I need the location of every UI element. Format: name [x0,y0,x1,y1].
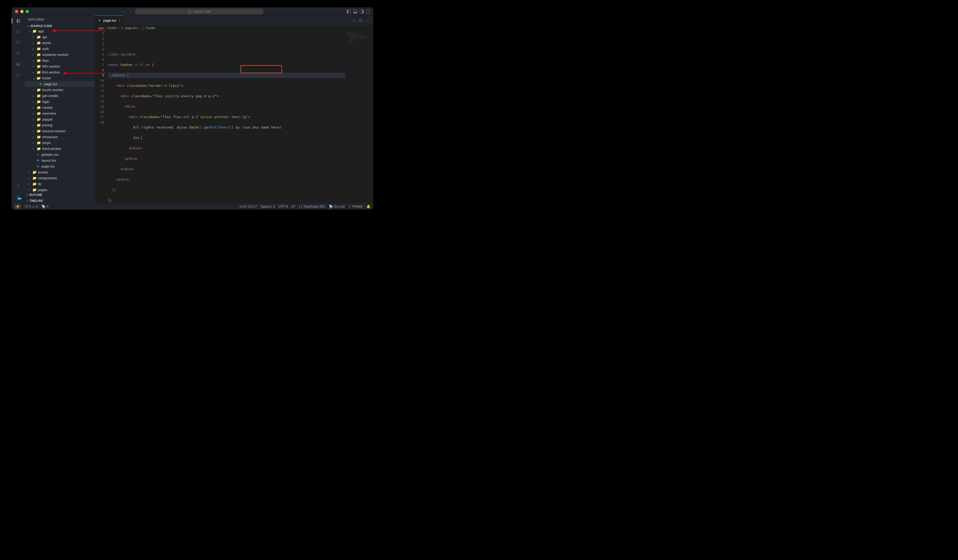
svg-rect-10 [19,63,20,64]
status-position[interactable]: Ln 9, Col 17 [240,205,257,209]
minimap[interactable] [343,32,370,47]
files-icon [16,19,21,23]
command-center-search[interactable]: source code [135,9,263,14]
svg-point-2 [17,30,19,32]
folder-login[interactable]: ›📁login [25,98,95,104]
svg-rect-11 [17,74,20,76]
vscode-window: ← → source code [12,8,373,209]
tab-more-button[interactable]: ⋯ [365,19,369,22]
outline-section[interactable]: ›OUTLINE [25,192,95,198]
titlebar: ← → source code [12,8,373,16]
folder-fifth[interactable]: ›📁fifth-section [25,63,95,69]
tab-page[interactable]: ⚛ page.tsx × [95,16,124,25]
status-prettier[interactable]: ✓ Prettier [349,205,363,209]
code-editor[interactable]: //@ts-nocheck const Footer = () => { ret… [108,31,373,204]
layout-left-icon[interactable] [347,9,351,13]
file-page-root[interactable]: ⚛page.tsx [25,163,95,169]
folder-pages[interactable]: ›📁pages [25,187,95,192]
activity-settings[interactable]: PR [16,194,20,199]
svg-point-4 [17,41,17,42]
file-globals[interactable]: #globals.css [25,152,95,157]
folder-api[interactable]: ›📁api [25,34,95,40]
status-eol[interactable]: LF [292,205,295,209]
sidebar-more-button[interactable]: ⋯ [88,18,91,21]
react-icon: ⚛ [98,19,101,22]
folder-paypal[interactable]: ›📁paypal [25,116,95,122]
statusbar: ⚡ ⓧ 0 ⚠ 0 📡 0 Ln 9, Col 17 Spaces: 2 UTF… [12,204,373,209]
svg-point-6 [19,41,19,42]
folder-showcase[interactable]: ›📁showcase [25,134,95,140]
folder-fourth[interactable]: ›📁fourth-section [25,87,95,93]
folder-explainer[interactable]: ›📁explainer-section [25,52,95,57]
nav-forward-button[interactable]: → [129,9,132,13]
sidebar-title: EXPLORER [29,18,44,21]
file-layout[interactable]: ⚛layout.tsx [25,157,95,163]
file-footer-page[interactable]: ⚛page.tsx [25,81,95,87]
activity-search[interactable] [16,29,20,35]
svg-rect-9 [19,65,20,66]
svg-rect-7 [17,63,18,64]
search-icon [187,9,192,14]
svg-rect-8 [17,65,18,66]
activity-source-control[interactable] [16,40,20,46]
folder-second[interactable]: ›📁second-section [25,128,95,134]
svg-point-13 [17,184,19,185]
folder-third[interactable]: ›📁third-section [25,146,95,152]
folder-app[interactable]: ⌄📁app [25,28,95,34]
section-header[interactable]: ⌄ SOURCE CODE [25,24,95,28]
folder-lib[interactable]: ›📁lib [25,181,95,187]
folder-astria[interactable]: ›📁astria [25,40,95,46]
search-icon [16,29,20,34]
status-golive[interactable]: 📡 Go Live [329,205,345,209]
activity-accounts[interactable] [16,183,20,188]
extensions-icon [16,62,20,66]
folder-footer[interactable]: ⌄📂footer [25,75,95,81]
run-button[interactable]: ▷ [353,19,356,22]
folder-stripe[interactable]: ›📁stripe [25,140,95,146]
status-radio[interactable]: 📡 0 [41,205,48,209]
breadcrumbs[interactable]: app› footer› ⚛page.tsx› ⬚Footer [95,25,373,31]
remote-indicator[interactable]: ⚡ [14,204,21,209]
maximize-window-button[interactable] [26,10,29,13]
folder-faqs[interactable]: ›📁faqs [25,57,95,63]
split-editor-button[interactable]: ◫ [359,19,362,22]
svg-rect-29 [346,44,357,44]
status-errors[interactable]: ⓧ 0 ⚠ 0 [25,204,38,209]
activity-remote[interactable] [16,73,20,78]
folder-getcredits[interactable]: ›📁get-credits [25,93,95,98]
traffic-lights [15,10,29,13]
status-language[interactable]: { } TypeScript JSX [299,205,325,209]
nav-back-button[interactable]: ← [122,9,125,13]
svg-line-3 [19,32,20,33]
nav-arrows: ← → [122,9,132,13]
status-encoding[interactable]: UTF-8 [279,205,288,209]
line-number-gutter: 123456789101112131415161718 [95,31,108,204]
explorer-sidebar: EXPLORER ⋯ ⌄ SOURCE CODE ⌄📁app ›📁api ›📁a… [25,16,95,204]
svg-point-14 [17,196,19,197]
layout-right-icon[interactable] [360,9,363,13]
folder-auth[interactable]: ›📁auth [25,46,95,52]
layout-customize-icon[interactable] [366,9,370,13]
activity-extensions[interactable] [16,62,20,67]
folder-overview[interactable]: ›📁overview [25,110,95,116]
status-bell[interactable]: 🔔 [366,205,371,209]
status-spaces[interactable]: Spaces: 2 [261,205,275,209]
minimize-window-button[interactable] [20,10,24,13]
folder-first[interactable]: ›📁first-section [25,69,95,75]
file-tree: ⌄📁app ›📁api ›📁astria ›📁auth ›📁explainer-… [25,28,95,192]
close-window-button[interactable] [15,10,18,13]
tabs-bar: ⚛ page.tsx × ▷ ◫ ⋯ [95,16,373,25]
tab-close-button[interactable]: × [118,19,121,22]
layout-bottom-icon[interactable] [354,9,357,13]
timeline-section[interactable]: ›TIMELINE [25,198,95,204]
remote-icon [16,73,20,78]
svg-rect-21 [351,37,367,37]
svg-rect-20 [350,36,354,36]
svg-point-5 [17,43,17,44]
activity-run-debug[interactable] [16,51,20,56]
activity-explorer[interactable] [12,18,25,24]
folder-components[interactable]: ›📁components [25,175,95,181]
folder-assets[interactable]: ›📁assets [25,169,95,175]
folder-pricing[interactable]: ›📁pricing [25,122,95,128]
folder-navbar[interactable]: ›📁navbar [25,104,95,110]
